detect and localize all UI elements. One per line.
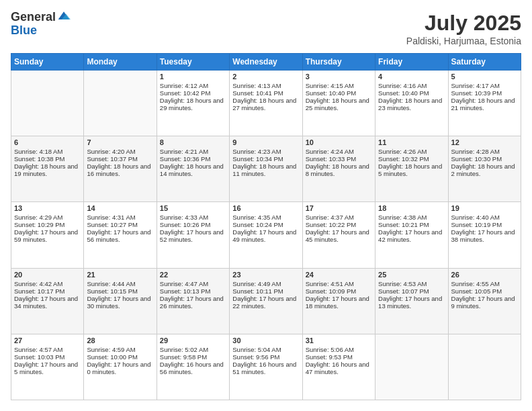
day-info: Sunrise: 4:37 AM	[306, 214, 372, 221]
day-info: Sunrise: 4:17 AM	[451, 82, 518, 89]
day-info: Daylight: 17 hours and 30 minutes.	[87, 295, 153, 310]
table-row: 30Sunrise: 5:04 AMSunset: 9:56 PMDayligh…	[230, 334, 302, 400]
day-number: 19	[451, 204, 518, 212]
day-info: Daylight: 18 hours and 14 minutes.	[160, 163, 226, 177]
day-info: Daylight: 17 hours and 56 minutes.	[87, 228, 153, 243]
table-row: 6Sunrise: 4:18 AMSunset: 10:38 PMDayligh…	[11, 136, 84, 202]
col-wednesday: Wednesday	[230, 54, 302, 71]
table-row: 19Sunrise: 4:40 AMSunset: 10:19 PMDaylig…	[448, 202, 521, 268]
day-info: Sunrise: 4:31 AM	[87, 214, 153, 221]
table-row: 8Sunrise: 4:21 AMSunset: 10:36 PMDayligh…	[157, 136, 229, 202]
day-info: Sunrise: 4:55 AM	[451, 280, 518, 287]
header-row: Sunday Monday Tuesday Wednesday Thursday…	[11, 54, 521, 71]
day-number: 5	[451, 73, 518, 81]
table-row: 29Sunrise: 5:02 AMSunset: 9:58 PMDayligh…	[157, 334, 229, 400]
day-info: Sunset: 9:58 PM	[160, 353, 226, 361]
calendar-week-row: 27Sunrise: 4:57 AMSunset: 10:03 PMDaylig…	[11, 334, 521, 400]
day-info: Sunset: 10:15 PM	[87, 287, 153, 295]
logo-text: General Blue	[11, 11, 71, 38]
calendar-week-row: 13Sunrise: 4:29 AMSunset: 10:29 PMDaylig…	[11, 202, 521, 268]
day-info: Sunrise: 5:04 AM	[232, 346, 299, 353]
day-info: Sunset: 10:13 PM	[160, 287, 226, 295]
table-row	[375, 334, 448, 400]
logo-general: General	[11, 11, 56, 24]
table-row: 5Sunrise: 4:17 AMSunset: 10:39 PMDayligh…	[448, 71, 521, 136]
day-info: Sunset: 10:30 PM	[451, 155, 518, 163]
table-row: 9Sunrise: 4:23 AMSunset: 10:34 PMDayligh…	[230, 136, 302, 202]
table-row	[448, 334, 521, 400]
table-row: 26Sunrise: 4:55 AMSunset: 10:05 PMDaylig…	[448, 268, 521, 334]
day-info: Daylight: 17 hours and 0 minutes.	[87, 361, 153, 375]
day-info: Daylight: 18 hours and 11 minutes.	[232, 163, 299, 177]
day-number: 9	[232, 138, 299, 146]
day-info: Sunset: 10:29 PM	[14, 221, 81, 228]
table-row: 23Sunrise: 4:49 AMSunset: 10:11 PMDaylig…	[230, 268, 302, 334]
day-number: 24	[306, 271, 372, 279]
table-row: 13Sunrise: 4:29 AMSunset: 10:29 PMDaylig…	[11, 202, 84, 268]
day-info: Sunrise: 4:15 AM	[306, 82, 372, 89]
day-info: Sunset: 10:42 PM	[160, 89, 226, 97]
day-number: 11	[378, 138, 445, 146]
table-row: 22Sunrise: 4:47 AMSunset: 10:13 PMDaylig…	[157, 268, 229, 334]
table-row: 2Sunrise: 4:13 AMSunset: 10:41 PMDayligh…	[230, 71, 302, 136]
logo-icon	[57, 9, 71, 23]
table-row: 21Sunrise: 4:44 AMSunset: 10:15 PMDaylig…	[84, 268, 157, 334]
header: General Blue July 2025 Paldiski, Harjuma…	[11, 11, 521, 46]
day-number: 22	[160, 271, 226, 279]
day-info: Sunrise: 4:42 AM	[14, 280, 81, 287]
day-number: 3	[306, 73, 372, 81]
table-row: 11Sunrise: 4:26 AMSunset: 10:32 PMDaylig…	[375, 136, 448, 202]
day-number: 1	[160, 73, 226, 81]
table-row: 7Sunrise: 4:20 AMSunset: 10:37 PMDayligh…	[84, 136, 157, 202]
day-info: Daylight: 18 hours and 19 minutes.	[14, 163, 81, 177]
day-info: Sunset: 10:32 PM	[378, 155, 445, 163]
day-info: Sunrise: 4:29 AM	[14, 214, 81, 221]
day-number: 17	[306, 204, 372, 212]
day-info: Sunrise: 4:28 AM	[451, 148, 518, 155]
calendar-week-row: 20Sunrise: 4:42 AMSunset: 10:17 PMDaylig…	[11, 268, 521, 334]
day-info: Sunrise: 4:23 AM	[232, 148, 299, 155]
day-info: Daylight: 16 hours and 56 minutes.	[160, 361, 226, 375]
day-info: Sunset: 9:56 PM	[232, 353, 299, 361]
day-info: Daylight: 18 hours and 27 minutes.	[232, 97, 299, 111]
day-info: Sunset: 10:21 PM	[378, 221, 445, 228]
table-row: 27Sunrise: 4:57 AMSunset: 10:03 PMDaylig…	[11, 334, 84, 400]
day-info: Sunrise: 4:47 AM	[160, 280, 226, 287]
table-row: 3Sunrise: 4:15 AMSunset: 10:40 PMDayligh…	[302, 71, 375, 136]
table-row: 10Sunrise: 4:24 AMSunset: 10:33 PMDaylig…	[302, 136, 375, 202]
day-number: 12	[451, 138, 518, 146]
table-row	[84, 71, 157, 136]
day-info: Sunset: 10:07 PM	[378, 287, 445, 295]
day-info: Sunset: 10:41 PM	[232, 89, 299, 97]
day-info: Sunset: 10:27 PM	[87, 221, 153, 228]
calendar-week-row: 1Sunrise: 4:12 AMSunset: 10:42 PMDayligh…	[11, 71, 521, 136]
col-thursday: Thursday	[302, 54, 375, 71]
day-info: Sunrise: 4:13 AM	[232, 82, 299, 89]
day-info: Sunset: 10:24 PM	[232, 221, 299, 228]
day-info: Daylight: 16 hours and 47 minutes.	[306, 361, 372, 375]
table-row: 20Sunrise: 4:42 AMSunset: 10:17 PMDaylig…	[11, 268, 84, 334]
day-info: Sunrise: 4:16 AM	[378, 82, 445, 89]
day-number: 10	[306, 138, 372, 146]
day-info: Sunset: 9:53 PM	[306, 353, 372, 361]
day-info: Sunrise: 4:35 AM	[232, 214, 299, 221]
day-info: Sunset: 10:34 PM	[232, 155, 299, 163]
day-info: Sunrise: 4:44 AM	[87, 280, 153, 287]
table-row: 1Sunrise: 4:12 AMSunset: 10:42 PMDayligh…	[157, 71, 229, 136]
day-number: 7	[87, 138, 153, 146]
day-info: Sunset: 10:37 PM	[87, 155, 153, 163]
table-row: 15Sunrise: 4:33 AMSunset: 10:26 PMDaylig…	[157, 202, 229, 268]
day-number: 14	[87, 204, 153, 212]
day-info: Daylight: 18 hours and 5 minutes.	[378, 163, 445, 177]
day-info: Sunset: 10:40 PM	[306, 89, 372, 97]
day-number: 2	[232, 73, 299, 81]
day-info: Daylight: 18 hours and 16 minutes.	[87, 163, 153, 177]
day-number: 23	[232, 271, 299, 279]
day-info: Daylight: 18 hours and 21 minutes.	[451, 97, 518, 111]
day-info: Daylight: 17 hours and 9 minutes.	[451, 295, 518, 310]
day-number: 15	[160, 204, 226, 212]
day-number: 20	[14, 271, 81, 279]
day-info: Daylight: 18 hours and 8 minutes.	[306, 163, 372, 177]
day-info: Sunset: 10:39 PM	[451, 89, 518, 97]
day-number: 28	[87, 336, 153, 345]
